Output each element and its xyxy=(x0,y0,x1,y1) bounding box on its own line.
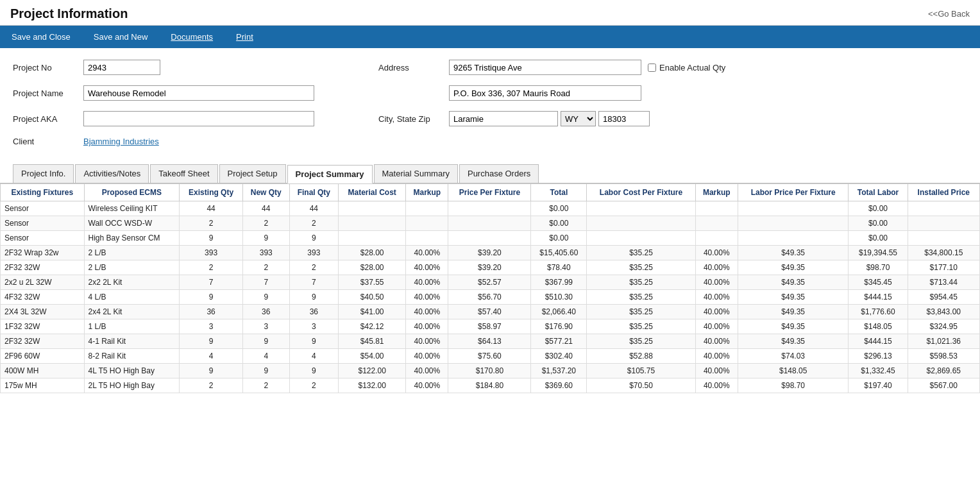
table-cell xyxy=(587,216,695,231)
table-cell xyxy=(339,231,406,246)
table-cell xyxy=(587,231,695,246)
tab-project-info[interactable]: Project Info. xyxy=(13,164,74,183)
table-cell: 9 xyxy=(243,290,290,305)
table-cell: $2,869.65 xyxy=(908,364,979,378)
table-cell: 40.00% xyxy=(695,319,738,334)
table-cell xyxy=(339,216,406,231)
table-cell: 393 xyxy=(243,246,290,260)
table-cell: 400W MH xyxy=(1,364,85,378)
city-state-zip-row: City, State Zip WY xyxy=(378,111,725,126)
table-cell: 40.00% xyxy=(406,305,448,319)
table-cell: 40.00% xyxy=(695,334,738,349)
project-aka-input[interactable] xyxy=(83,111,314,126)
table-cell: $49.35 xyxy=(738,290,849,305)
table-cell: $598.53 xyxy=(908,349,979,364)
table-cell: 2X4 3L 32W xyxy=(1,305,85,319)
table-cell: 3 xyxy=(289,319,339,334)
table-cell: 9 xyxy=(243,334,290,349)
city-state-zip-inputs: WY xyxy=(449,111,650,126)
table-cell: $444.15 xyxy=(849,334,908,349)
table-cell: 1F32 32W xyxy=(1,319,85,334)
documents-button[interactable]: Documents xyxy=(159,26,224,48)
table-cell: 2 xyxy=(243,260,290,275)
table-cell: 36 xyxy=(289,305,339,319)
table-cell: 7 xyxy=(243,275,290,290)
enable-actual-qty-checkbox[interactable] xyxy=(648,64,656,72)
col-header: Markup xyxy=(406,184,448,201)
table-cell: $98.70 xyxy=(738,378,849,393)
table-cell: 3 xyxy=(243,319,290,334)
tab-project-summary[interactable]: Project Summary xyxy=(287,165,373,183)
table-cell: 2 xyxy=(289,260,339,275)
col-header: Installed Price xyxy=(908,184,979,201)
tab-project-setup[interactable]: Project Setup xyxy=(219,164,286,183)
state-select[interactable]: WY xyxy=(561,111,596,126)
city-state-zip-label: City, State Zip xyxy=(378,114,449,124)
col-header: Labor Cost Per Fixture xyxy=(587,184,695,201)
table-cell: $41.00 xyxy=(339,305,406,319)
table-cell: $302.40 xyxy=(531,349,587,364)
table-cell: $3,843.00 xyxy=(908,305,979,319)
page-header: Project Information <<Go Back xyxy=(0,0,980,26)
tab-activities-notes[interactable]: Activities/Notes xyxy=(75,164,149,183)
table-cell: 4 xyxy=(289,349,339,364)
table-cell: $197.40 xyxy=(849,378,908,393)
table-cell: $1,021.36 xyxy=(908,334,979,349)
col-header: Final Qty xyxy=(289,184,339,201)
table-cell: 44 xyxy=(180,201,243,216)
table-row: 175w MH2L T5 HO High Bay222$132.0040.00%… xyxy=(1,378,980,393)
col-header: Existing Qty xyxy=(180,184,243,201)
table-row: SensorHigh Bay Sensor CM999$0.00$0.00 xyxy=(1,231,980,246)
table-cell: 2F96 60W xyxy=(1,349,85,364)
table-cell: $28.00 xyxy=(339,246,406,260)
table-cell: 2 L/B xyxy=(84,260,180,275)
table-cell xyxy=(406,231,448,246)
table-cell: $367.99 xyxy=(531,275,587,290)
zip-input[interactable] xyxy=(598,111,650,126)
table-cell: $37.55 xyxy=(339,275,406,290)
go-back-link[interactable]: <<Go Back xyxy=(928,9,970,19)
table-cell: 4 L/B xyxy=(84,290,180,305)
address2-input[interactable] xyxy=(449,85,641,101)
client-link[interactable]: Bjamming Industries xyxy=(83,137,159,146)
table-cell: 2 xyxy=(180,216,243,231)
col-header: Existing Fixtures xyxy=(1,184,85,201)
table-row: 2F32 Wrap 32w2 L/B393393393$28.0040.00%$… xyxy=(1,246,980,260)
client-row: Client Bjamming Industries xyxy=(13,137,314,146)
table-cell: $324.95 xyxy=(908,319,979,334)
table-cell: 2 xyxy=(289,378,339,393)
table-cell: 8-2 Rail Kit xyxy=(84,349,180,364)
tab-purchase-orders[interactable]: Purchase Orders xyxy=(459,164,539,183)
table-cell: $49.35 xyxy=(738,334,849,349)
project-name-input[interactable] xyxy=(83,85,314,101)
save-close-button[interactable]: Save and Close xyxy=(0,26,82,48)
enable-actual-qty-label: Enable Actual Qty xyxy=(659,63,725,72)
save-new-button[interactable]: Save and New xyxy=(82,26,160,48)
table-row: 2F32 32W2 L/B222$28.0040.00%$39.20$78.40… xyxy=(1,260,980,275)
tab-takeoff-sheet[interactable]: Takeoff Sheet xyxy=(150,164,217,183)
table-cell xyxy=(695,216,738,231)
tab-material-summary[interactable]: Material Summary xyxy=(374,164,458,183)
col-header: Markup xyxy=(695,184,738,201)
city-input[interactable] xyxy=(449,111,558,126)
table-cell: 2 xyxy=(243,216,290,231)
right-form: Address Enable Actual Qty City, State Zi… xyxy=(378,60,725,132)
table-cell xyxy=(695,231,738,246)
table-cell xyxy=(908,216,979,231)
table-cell: $567.00 xyxy=(908,378,979,393)
table-cell: $369.60 xyxy=(531,378,587,393)
project-no-input[interactable] xyxy=(83,60,160,75)
table-cell: $35.25 xyxy=(587,275,695,290)
project-summary-table-container[interactable]: Existing FixturesProposed ECMSExisting Q… xyxy=(0,183,980,393)
project-no-label: Project No xyxy=(13,63,83,72)
address-input[interactable] xyxy=(449,60,641,75)
table-cell: 40.00% xyxy=(406,334,448,349)
table-cell: 40.00% xyxy=(695,364,738,378)
table-cell: $1,332.45 xyxy=(849,364,908,378)
table-header-row: Existing FixturesProposed ECMSExisting Q… xyxy=(1,184,980,201)
table-cell: $122.00 xyxy=(339,364,406,378)
table-cell: 2x2 2L Kit xyxy=(84,275,180,290)
table-cell: $0.00 xyxy=(531,231,587,246)
table-cell: $40.50 xyxy=(339,290,406,305)
print-button[interactable]: Print xyxy=(224,26,265,48)
